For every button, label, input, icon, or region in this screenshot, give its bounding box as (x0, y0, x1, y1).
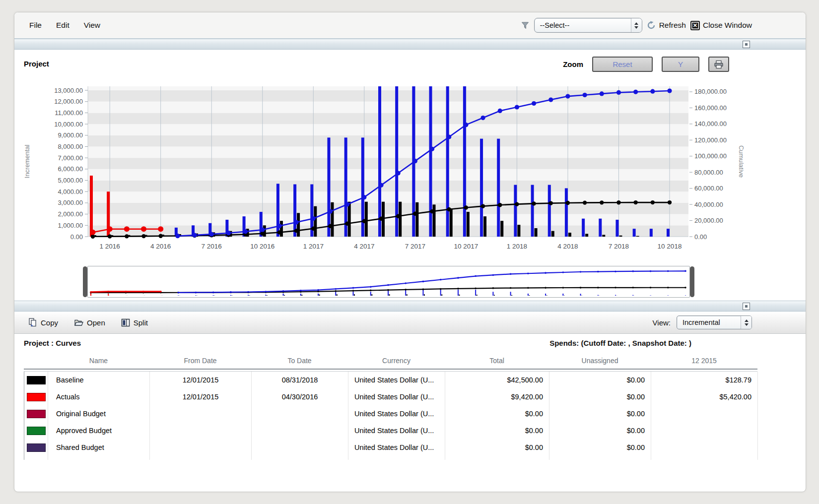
table-row[interactable]: Shared BudgetUnited States Dollar (U...$… (24, 439, 758, 456)
refresh-button[interactable]: Refresh (647, 21, 686, 30)
copy-button[interactable]: Copy (22, 318, 64, 327)
svg-text:4 2016: 4 2016 (150, 243, 171, 250)
close-icon: ✕ (690, 21, 700, 30)
cell-to-date (252, 456, 348, 460)
maximize-panel-icon[interactable] (743, 41, 750, 48)
curve-color-swatch (24, 422, 48, 439)
chart-panel: Project Zoom Reset Y 1 20164 20167 20161… (14, 50, 806, 301)
panel-splitter-top (14, 39, 806, 50)
printer-icon (714, 60, 724, 69)
maximize-table-icon[interactable] (743, 303, 750, 310)
curve-color-swatch (24, 388, 48, 405)
cell-from-date: 12/01/2015 (150, 388, 252, 405)
copy-label: Copy (41, 318, 58, 327)
swatch-color (27, 443, 46, 452)
svg-text:7 2016: 7 2016 (202, 243, 222, 250)
svg-text:8,000.00: 8,000.00 (58, 143, 83, 150)
cell-unassigned: $0.00 (549, 388, 651, 405)
menu-view[interactable]: View (84, 21, 100, 30)
cell-period (651, 456, 758, 460)
svg-text:1 2017: 1 2017 (303, 243, 324, 250)
svg-text:1,000.00: 1,000.00 (58, 222, 83, 229)
table-row[interactable]: Actuals12/01/201504/30/2016United States… (24, 388, 758, 405)
cell-currency: United States Dollar (U... (348, 372, 445, 388)
open-folder-icon (74, 318, 83, 327)
range-overview[interactable] (87, 266, 690, 298)
svg-text:12,000.00: 12,000.00 (54, 98, 83, 105)
column-header-period: 12 2015 (651, 357, 757, 369)
svg-text:120,000.00: 120,000.00 (694, 136, 727, 144)
zoom-reset-button[interactable]: Reset (592, 57, 653, 72)
svg-text:1 2016: 1 2016 (100, 243, 120, 250)
range-handle-right[interactable] (690, 266, 694, 297)
svg-text:10 2017: 10 2017 (454, 243, 478, 250)
print-button[interactable] (708, 57, 729, 72)
cell-to-date (252, 405, 348, 422)
view-select[interactable]: Incremental (677, 315, 752, 329)
table-row[interactable]: Original BudgetUnited States Dollar (U..… (24, 405, 758, 422)
svg-text:13,000.00: 13,000.00 (54, 87, 83, 94)
svg-text:60,000.00: 60,000.00 (694, 185, 723, 192)
cell-total: $0.00 (445, 422, 549, 439)
cell-to-date: 08/31/2018 (252, 372, 348, 388)
swatch-color (27, 376, 46, 384)
column-header-to: To Date (251, 357, 348, 369)
svg-text:180,000.00: 180,000.00 (694, 88, 727, 95)
cell-period (651, 405, 758, 422)
cell-period (651, 439, 758, 456)
cell-unassigned: $0.00 (549, 405, 651, 422)
menu-bar: File Edit View --Select-- Refresh ✕ Clos… (14, 12, 806, 39)
close-window-button[interactable]: ✕ Close Window (690, 21, 752, 30)
cell-unassigned: $0.00 (549, 422, 651, 439)
chart-title: Project (24, 60, 49, 68)
view-select-value: Incremental (677, 316, 741, 329)
svg-text:20,000.00: 20,000.00 (694, 217, 723, 224)
filter-funnel-icon (521, 22, 530, 29)
cell-to-date: 04/30/2016 (252, 388, 348, 405)
column-header-currency: Currency (348, 357, 445, 369)
split-button[interactable]: Split (115, 318, 154, 327)
cell-currency (348, 456, 445, 460)
svg-text:0.00: 0.00 (70, 233, 83, 241)
curve-color-swatch (24, 439, 48, 456)
table-row[interactable]: Approved BudgetUnited States Dollar (U..… (24, 422, 758, 439)
curves-table: NameFrom DateTo DateCurrencyTotalUnassig… (14, 352, 806, 460)
svg-text:40,000.00: 40,000.00 (694, 201, 723, 208)
open-button[interactable]: Open (68, 318, 111, 327)
view-label: View: (653, 318, 671, 327)
range-handle-left[interactable] (83, 266, 87, 297)
cell-name: Actuals (48, 388, 150, 405)
incremental-cumulative-chart[interactable]: 1 20164 20167 201610 20161 20174 20177 2… (19, 81, 749, 256)
table-header-row: NameFrom DateTo DateCurrencyTotalUnassig… (24, 352, 757, 369)
cell-unassigned (549, 456, 651, 460)
column-header-unassigned: Unassigned (549, 357, 651, 369)
cell-name: Baseline (48, 372, 150, 388)
cell-from-date (150, 422, 252, 439)
svg-text:4 2018: 4 2018 (557, 243, 578, 250)
refresh-label: Refresh (659, 21, 686, 30)
filter-select[interactable]: --Select-- (534, 18, 642, 33)
menu-file[interactable]: File (29, 21, 42, 30)
cell-name: Shared Budget (48, 439, 150, 456)
cell-name (48, 456, 150, 460)
menu-edit[interactable]: Edit (56, 21, 69, 30)
refresh-icon (647, 21, 656, 30)
table-row[interactable]: Baseline12/01/201508/31/2018United State… (24, 372, 758, 388)
close-window-label: Close Window (703, 21, 752, 30)
cell-total: $0.00 (445, 405, 549, 422)
cell-from-date (150, 405, 252, 422)
swatch-color (27, 427, 46, 435)
zoom-y-button[interactable]: Y (662, 57, 699, 72)
curve-color-swatch (24, 372, 48, 388)
table-row[interactable] (24, 456, 758, 460)
cell-total: $9,420.00 (445, 388, 549, 405)
column-header-total: Total (445, 357, 549, 369)
select-spinner-icon (631, 18, 642, 32)
svg-text:2,000.00: 2,000.00 (58, 210, 83, 218)
svg-text:9,000.00: 9,000.00 (58, 131, 83, 139)
svg-text:80,000.00: 80,000.00 (694, 169, 723, 176)
cell-total: $0.00 (445, 439, 549, 456)
cell-total: $42,500.00 (445, 372, 549, 388)
cell-name: Original Budget (48, 405, 150, 422)
cell-name: Approved Budget (48, 422, 150, 439)
